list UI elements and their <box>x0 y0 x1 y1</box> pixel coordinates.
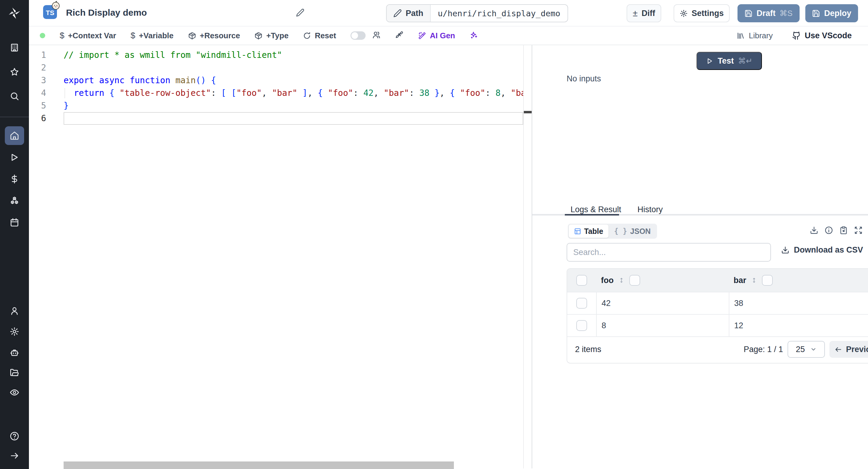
table-row[interactable]: 42 38 <box>567 292 868 314</box>
deploy-button[interactable]: Deploy <box>805 4 858 22</box>
table-header-row: foo bar <box>567 269 868 292</box>
line-number: 6 <box>29 112 64 125</box>
ai-gen-button[interactable]: AI Gen <box>418 31 455 40</box>
library-button[interactable]: Library <box>737 31 772 40</box>
script-emoji-icon <box>51 1 60 10</box>
use-vscode-button[interactable]: Use VScode <box>792 31 852 40</box>
sort-icon[interactable] <box>618 276 624 285</box>
sidebar-item-runs[interactable] <box>10 153 19 162</box>
editor-horizontal-scrollbar[interactable] <box>64 462 454 469</box>
tab-logs-result[interactable]: Logs & Result <box>570 205 621 214</box>
code-editor[interactable]: 123456 // import * as wmill from "windmi… <box>29 45 532 468</box>
download-icon <box>781 246 789 254</box>
home-icon[interactable] <box>10 131 19 140</box>
diff-button[interactable]: ± Diff <box>627 4 661 22</box>
arrow-left-icon <box>835 346 842 353</box>
cell-value: 8 <box>601 321 606 330</box>
expand-result-icon[interactable] <box>854 226 863 234</box>
sidebar-item-settings[interactable] <box>10 327 19 336</box>
collab-toggle[interactable] <box>350 31 366 40</box>
sidebar-item-folders[interactable] <box>10 368 19 377</box>
add-variable-button[interactable]: $ +Variable <box>130 31 174 40</box>
chevron-down-icon <box>810 346 817 353</box>
wand-icon <box>418 32 426 40</box>
result-table: foo bar 42 38 <box>567 268 868 364</box>
tab-history[interactable]: History <box>638 205 663 214</box>
row-checkbox[interactable] <box>576 298 587 309</box>
line-numbers: 123456 <box>29 49 64 125</box>
users-icon[interactable] <box>372 31 381 40</box>
top-bar: TS Rich Display demo Path u/henri/rich_d… <box>29 0 868 27</box>
info-icon[interactable] <box>825 226 833 234</box>
code-line[interactable]: } <box>64 99 523 112</box>
code-line[interactable] <box>64 112 523 125</box>
sidebar-item-schedules[interactable] <box>10 218 19 227</box>
table-row[interactable]: 8 12 <box>567 314 868 336</box>
download-csv-button[interactable]: Download as CSV <box>781 245 863 255</box>
column-checkbox[interactable] <box>762 275 773 286</box>
sidebar-item-audit[interactable] <box>10 387 19 397</box>
table-footer: 2 items Page: 1 / 1 25 Previous <box>567 336 868 362</box>
column-header-foo[interactable]: foo <box>601 276 614 285</box>
view-table-button[interactable]: Table <box>569 224 609 238</box>
page-size-select[interactable]: 25 <box>787 341 825 358</box>
view-json-button[interactable]: { } JSON <box>609 224 656 238</box>
editor-vertical-scrollbar[interactable] <box>523 45 532 468</box>
table-icon <box>574 228 581 235</box>
result-view-toggle: Table { } JSON <box>568 224 657 239</box>
code-line[interactable] <box>64 61 523 74</box>
package-icon <box>254 32 262 40</box>
add-resource-button[interactable]: +Resource <box>188 31 240 40</box>
path-chip[interactable]: Path u/henri/rich_display_demo <box>386 4 568 22</box>
search-input[interactable] <box>567 243 771 262</box>
sidebar-item-users[interactable] <box>10 306 19 316</box>
path-label-segment[interactable]: Path <box>387 5 431 22</box>
add-type-button[interactable]: +Type <box>254 31 288 40</box>
code-line[interactable]: // import * as wmill from "windmill-clie… <box>64 49 523 61</box>
format-brush-icon[interactable] <box>395 31 404 40</box>
edit-summary-icon[interactable] <box>296 8 304 17</box>
line-number: 5 <box>29 99 64 112</box>
sidebar-item-help[interactable] <box>10 431 19 441</box>
sidebar-expand-button[interactable] <box>10 451 19 461</box>
previous-page-button[interactable]: Previous <box>830 341 868 358</box>
code-lines[interactable]: // import * as wmill from "windmill-clie… <box>64 49 523 125</box>
row-checkbox[interactable] <box>576 320 587 331</box>
cursor-line-marker <box>524 111 532 113</box>
sidebar-item-search[interactable] <box>10 91 19 101</box>
draft-shortcut: ⌘S <box>779 9 792 18</box>
sidebar-item-variables[interactable] <box>10 174 19 184</box>
line-number: 4 <box>29 87 64 99</box>
path-label: Path <box>406 9 424 18</box>
test-button[interactable]: Test ⌘↵ <box>696 52 762 70</box>
draft-button[interactable]: Draft ⌘S <box>738 4 800 22</box>
sidebar-item-favorites[interactable] <box>10 67 19 77</box>
toggle-knob <box>351 32 358 39</box>
reset-button[interactable]: Reset <box>303 31 336 40</box>
play-icon <box>706 57 713 65</box>
no-inputs-label: No inputs <box>567 74 601 84</box>
save-icon <box>744 9 752 18</box>
sidebar-item-workspace[interactable] <box>10 43 19 53</box>
code-line[interactable]: return { "table-row-object": [ ["foo", "… <box>64 87 523 99</box>
download-result-icon[interactable] <box>810 226 818 234</box>
code-line[interactable]: export async function main() { <box>64 74 523 87</box>
braces-icon: { } <box>614 227 627 236</box>
column-header-bar[interactable]: bar <box>734 276 746 285</box>
sidebar-item-workers[interactable] <box>10 348 19 357</box>
windmill-app: TS Rich Display demo Path u/henri/rich_d… <box>0 0 868 469</box>
settings-button[interactable]: Settings <box>674 4 730 22</box>
add-context-var-button[interactable]: $ +Context Var <box>60 31 116 40</box>
active-tab-underline <box>565 214 619 216</box>
copy-to-clipboard-icon[interactable] <box>839 226 848 234</box>
library-icon <box>737 32 745 40</box>
windmill-logo-icon[interactable] <box>7 6 22 20</box>
column-checkbox[interactable] <box>629 275 640 286</box>
select-all-checkbox[interactable] <box>576 275 587 286</box>
sort-icon[interactable] <box>751 276 757 285</box>
sparkles-icon[interactable] <box>470 31 478 40</box>
cell-value: 38 <box>734 299 743 308</box>
cell-value: 12 <box>734 321 743 330</box>
github-icon <box>792 31 801 40</box>
sidebar-item-resources[interactable] <box>10 196 19 206</box>
